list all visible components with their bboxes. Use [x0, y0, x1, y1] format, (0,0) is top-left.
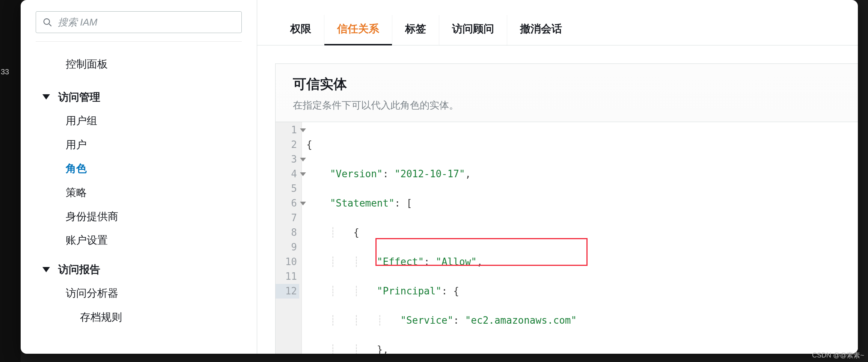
sidebar-nav: 控制面板 访问管理 用户组 用户 角色 策略 身份提供商 账户设置 访问报告 访… [21, 45, 257, 329]
line-number: 9 [276, 240, 299, 255]
app-window: 控制面板 访问管理 用户组 用户 角色 策略 身份提供商 账户设置 访问报告 访… [21, 0, 858, 354]
code-area[interactable]: { "Version": "2012-10-17", "Statement": … [302, 122, 577, 354]
line-number-gutter: 1 2 3 4 5 6 7 8 9 10 11 12 [276, 122, 302, 354]
line-number: 10 [276, 255, 299, 269]
search-icon [42, 17, 52, 27]
sidebar-header-access-management[interactable]: 访问管理 [21, 85, 257, 109]
code-token: "Service" [400, 315, 453, 326]
tab-label: 访问顾问 [452, 23, 494, 35]
search-container [21, 11, 257, 41]
line-number: 7 [276, 211, 299, 225]
sidebar-item-label: 访问分析器 [66, 287, 118, 299]
caret-down-icon [42, 94, 50, 100]
line-number: 4 [276, 167, 299, 181]
line-number: 1 [276, 123, 299, 137]
tab-revoke-sessions[interactable]: 撤消会话 [507, 15, 575, 45]
panel-header: 可信实体 在指定条件下可以代入此角色的实体。 [276, 64, 858, 122]
sidebar-header-label: 访问管理 [58, 91, 100, 103]
code-token: "Version" [330, 168, 383, 179]
search-box [36, 11, 242, 33]
line-number: 2 [276, 137, 299, 152]
panel-subtitle: 在指定条件下可以代入此角色的实体。 [293, 99, 841, 112]
tab-label: 标签 [405, 23, 426, 35]
sidebar-item-label: 存档规则 [80, 311, 122, 323]
sidebar-item-access-analyzer[interactable]: 访问分析器 [21, 281, 257, 305]
tab-label: 权限 [290, 23, 311, 35]
tab-tags[interactable]: 标签 [392, 15, 439, 45]
line-number: 8 [276, 225, 299, 240]
line-number: 3 [276, 152, 299, 167]
tab-permissions[interactable]: 权限 [277, 15, 324, 45]
svg-line-1 [49, 24, 51, 26]
tab-label: 信任关系 [337, 23, 379, 35]
sidebar: 控制面板 访问管理 用户组 用户 角色 策略 身份提供商 账户设置 访问报告 访… [21, 0, 257, 354]
sidebar-item-label: 策略 [66, 187, 87, 198]
code-token: }, [377, 344, 389, 354]
tab-access-advisor[interactable]: 访问顾问 [439, 15, 507, 45]
sidebar-item-users[interactable]: 用户 [21, 133, 257, 157]
caret-down-icon [42, 267, 50, 272]
sidebar-item-archive-rules[interactable]: 存档规则 [21, 305, 257, 329]
sidebar-header-label: 访问报告 [58, 264, 100, 275]
code-token: "ec2.amazonaws.com" [465, 315, 577, 326]
panel-title: 可信实体 [293, 75, 841, 94]
policy-json-editor[interactable]: 1 2 3 4 5 6 7 8 9 10 11 12 { "Version": … [276, 122, 858, 354]
code-token: "Effect" [377, 256, 424, 267]
outer-frame-left: 33 [0, 0, 21, 362]
sidebar-header-access-reports[interactable]: 访问报告 [21, 258, 257, 282]
sidebar-item-roles[interactable]: 角色 [21, 157, 257, 181]
tab-trust-relationships[interactable]: 信任关系 [324, 15, 392, 45]
sidebar-item-label: 账户设置 [66, 234, 108, 246]
sidebar-divider [36, 41, 242, 42]
line-number: 11 [276, 269, 299, 284]
tab-label: 撤消会话 [520, 23, 562, 35]
sidebar-item-identity-providers[interactable]: 身份提供商 [21, 205, 257, 229]
sidebar-item-label: 控制面板 [66, 58, 108, 70]
code-token: { [353, 227, 359, 238]
line-number: 12 [276, 284, 299, 299]
sidebar-item-policies[interactable]: 策略 [21, 181, 257, 205]
frame-marker: 33 [0, 68, 21, 76]
sidebar-item-label: 用户组 [66, 115, 97, 127]
sidebar-item-label: 用户 [66, 139, 87, 151]
sidebar-item-account-settings[interactable]: 账户设置 [21, 228, 257, 252]
line-number: 6 [276, 196, 299, 211]
code-token: "Statement" [330, 198, 395, 209]
sidebar-item-dashboard[interactable]: 控制面板 [21, 52, 257, 76]
code-token: "Principal" [377, 285, 442, 297]
svg-point-0 [44, 19, 50, 24]
line-number: 5 [276, 181, 299, 196]
sidebar-item-user-groups[interactable]: 用户组 [21, 109, 257, 133]
code-token: "Allow" [436, 256, 477, 267]
tabs: 权限 信任关系 标签 访问顾问 撤消会话 [257, 0, 858, 45]
code-token: { [306, 139, 312, 150]
watermark: CSDN @@素素~ [812, 351, 864, 360]
search-input[interactable] [36, 11, 242, 33]
code-token: "2012-10-17" [395, 168, 465, 179]
trusted-entities-panel: 可信实体 在指定条件下可以代入此角色的实体。 1 2 3 4 5 6 7 8 9… [275, 63, 858, 354]
main-content: 权限 信任关系 标签 访问顾问 撤消会话 可信实体 在指定条件下可以代入此角色的… [257, 0, 858, 354]
sidebar-item-label: 角色 [66, 163, 87, 174]
sidebar-item-label: 身份提供商 [66, 211, 118, 222]
